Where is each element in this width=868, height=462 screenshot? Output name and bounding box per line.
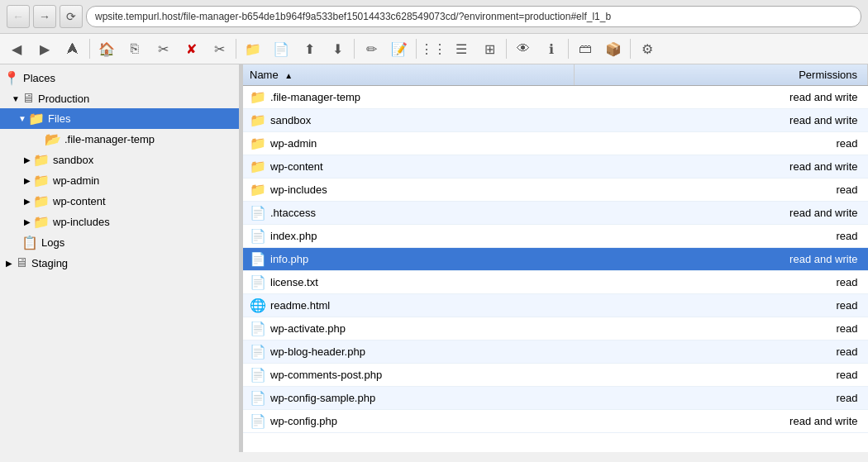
wp-admin-arrow: ▶	[21, 176, 33, 185]
tb-extract-btn[interactable]: 🗃	[572, 36, 599, 61]
file-icon: 🌐	[250, 298, 266, 313]
file-permissions-cell: read	[574, 317, 868, 341]
file-name-cell: 📄 license.txt	[243, 271, 574, 294]
tb-home-btn[interactable]: 🏠	[93, 36, 120, 61]
table-row[interactable]: 📁 wp-includes read	[243, 179, 868, 202]
wp-includes-arrow: ▶	[21, 217, 33, 226]
reload-button[interactable]: ⟳	[60, 5, 83, 28]
file-name-cell: 📁 sandbox	[243, 109, 574, 132]
sidebar-item-files[interactable]: ▼ 📁 Files	[0, 108, 239, 129]
sidebar-item-logs[interactable]: 📋 Logs	[0, 232, 239, 253]
file-name-cell: 📄 wp-activate.php	[243, 317, 574, 341]
file-permissions-cell: read and write	[574, 202, 868, 225]
files-folder-icon: 📁	[28, 111, 45, 126]
table-row[interactable]: 📄 index.php read	[243, 225, 868, 248]
file-icon: 📄	[250, 413, 266, 429]
col-permissions-header[interactable]: Permissions	[574, 64, 868, 86]
production-label: Production	[38, 93, 89, 105]
table-row[interactable]: 📁 .file-manager-temp read and write	[243, 86, 868, 109]
toolbar: ◀ ▶ ⮝ 🏠 ⎘ ✂ ✘ ✂ 📁 📄 ⬆ ⬇ ✏ 📝 ⋮⋮ ☰ ⊞ 👁 ℹ 🗃…	[0, 34, 868, 64]
table-row[interactable]: 📄 wp-config-sample.php read	[243, 387, 868, 410]
file-name-label: .file-manager-temp	[270, 91, 360, 103]
address-bar[interactable]: wpsite.tempurl.host/file-manager-b654de1…	[86, 6, 861, 27]
sidebar-item-file-manager-temp[interactable]: 📂 .file-manager-temp	[0, 129, 239, 150]
tb-upload-btn[interactable]: ⬆	[296, 36, 322, 61]
sandbox-arrow: ▶	[21, 155, 33, 164]
file-name-cell: 📄 index.php	[243, 225, 574, 248]
file-name-cell: 📄 .htaccess	[243, 202, 574, 225]
forward-button[interactable]: →	[33, 5, 56, 28]
tb-archive-btn[interactable]: 📦	[600, 36, 627, 61]
table-row[interactable]: 📄 wp-comments-post.php read	[243, 364, 868, 387]
file-name-label: wp-config-sample.php	[270, 392, 375, 404]
table-row[interactable]: 🌐 readme.html read	[243, 294, 868, 317]
table-row[interactable]: 📄 license.txt read	[243, 271, 868, 294]
table-row[interactable]: 📄 .htaccess read and write	[243, 202, 868, 225]
sidebar-item-wp-admin[interactable]: ▶ 📁 wp-admin	[0, 170, 239, 191]
file-permissions-cell: read	[574, 341, 868, 364]
file-name-label: wp-content	[270, 160, 323, 173]
file-permissions-cell: read and write	[574, 410, 868, 433]
tb-list-view-btn[interactable]: ☰	[448, 36, 475, 61]
wp-content-label: wp-content	[53, 195, 106, 207]
file-name-cell: 📄 wp-config-sample.php	[243, 387, 574, 410]
sandbox-folder-icon: 📁	[33, 152, 50, 168]
tb-forward-btn[interactable]: ▶	[31, 36, 58, 61]
file-icon: 📁	[250, 136, 266, 151]
file-name-label: wp-blog-header.php	[270, 345, 365, 358]
table-row[interactable]: 📁 sandbox read and write	[243, 109, 868, 132]
file-name-cell: 📁 wp-includes	[243, 179, 574, 202]
file-icon: 📁	[250, 89, 266, 105]
tb-download-btn[interactable]: ⬇	[324, 36, 351, 61]
tb-delete-btn[interactable]: ✘	[178, 36, 204, 61]
tb-cut-btn[interactable]: ✂	[206, 36, 232, 61]
table-row[interactable]: 📁 wp-content read and write	[243, 155, 868, 179]
file-permissions-cell: read	[574, 179, 868, 202]
sidebar-item-sandbox[interactable]: ▶ 📁 sandbox	[0, 150, 239, 170]
file-name-cell: 📁 .file-manager-temp	[243, 86, 574, 109]
wp-includes-label: wp-includes	[53, 216, 110, 228]
tb-up-btn[interactable]: ⮝	[60, 36, 86, 61]
tb-copy-btn[interactable]: ⎘	[122, 36, 148, 61]
sandbox-label: sandbox	[53, 154, 93, 166]
file-permissions-cell: read	[574, 132, 868, 155]
tb-grid-view-btn[interactable]: ⋮⋮	[420, 36, 446, 61]
file-icon: 📄	[250, 344, 266, 360]
tb-new-file-btn[interactable]: 📄	[268, 36, 294, 61]
table-row[interactable]: 📁 wp-admin read	[243, 132, 868, 155]
sep7	[630, 39, 631, 59]
sidebar-item-staging[interactable]: ▶ 🖥 Staging	[0, 253, 239, 273]
tb-edit-btn[interactable]: ✏	[358, 36, 384, 61]
file-icon: 📁	[250, 159, 266, 174]
file-icon: 📄	[250, 274, 266, 290]
file-name-cell: 📄 wp-config.php	[243, 410, 574, 433]
tb-new-folder-btn[interactable]: 📁	[240, 36, 266, 61]
tb-info-btn[interactable]: ℹ	[538, 36, 565, 61]
file-name-cell: 📁 wp-content	[243, 155, 574, 179]
file-name-cell: 📄 wp-comments-post.php	[243, 364, 574, 387]
sep3	[354, 39, 355, 59]
table-row[interactable]: 📄 wp-blog-header.php read	[243, 341, 868, 364]
tb-move-btn[interactable]: ✂	[150, 36, 176, 61]
table-row[interactable]: 📄 wp-config.php read and write	[243, 410, 868, 433]
tb-view-btn[interactable]: 👁	[510, 36, 537, 61]
tb-settings-btn[interactable]: ⚙	[634, 36, 661, 61]
table-row[interactable]: 📄 info.php read and write	[243, 248, 868, 271]
back-button[interactable]: ←	[7, 5, 30, 28]
sidebar-item-places[interactable]: 📍 Places	[0, 68, 239, 88]
tb-back-btn[interactable]: ◀	[3, 36, 30, 61]
sidebar-item-production[interactable]: ▼ 🖥 Production	[0, 88, 239, 108]
file-permissions-cell: read	[574, 364, 868, 387]
tb-tile-view-btn[interactable]: ⊞	[476, 36, 503, 61]
sidebar-item-wp-includes[interactable]: ▶ 📁 wp-includes	[0, 212, 239, 232]
tb-rename-btn[interactable]: 📝	[386, 36, 413, 61]
resize-handle[interactable]	[240, 64, 243, 452]
file-icon: 📁	[250, 112, 266, 128]
wp-content-arrow: ▶	[21, 197, 33, 206]
sidebar-item-wp-content[interactable]: ▶ 📁 wp-content	[0, 191, 239, 212]
file-name-label: wp-activate.php	[270, 322, 346, 335]
col-name-header[interactable]: Name ▲	[243, 64, 574, 86]
file-name-label: wp-config.php	[270, 415, 337, 427]
sidebar: 📍 Places ▼ 🖥 Production ▼ 📁 Files 📂 .fil…	[0, 64, 240, 452]
table-row[interactable]: 📄 wp-activate.php read	[243, 317, 868, 341]
